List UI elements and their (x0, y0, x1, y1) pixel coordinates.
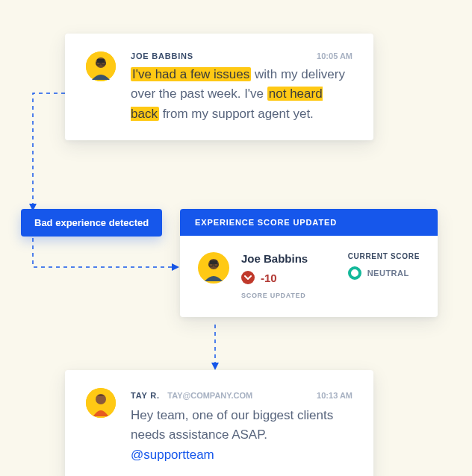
current-score-value: NEUTRAL (367, 269, 409, 278)
message-author-email: TAY@COMPANY.COM (167, 391, 252, 400)
score-person-name: Joe Babbins (241, 252, 308, 265)
detection-badge: Bad experience detected (21, 209, 162, 237)
msg-text: from my support agent yet. (159, 107, 314, 121)
message-card-1: JOE BABBINS 10:05 AM I've had a few issu… (65, 34, 373, 140)
svg-point-14 (96, 394, 106, 404)
message-body: Hey team, one of our biggest clients nee… (131, 406, 353, 465)
avatar-joe (86, 51, 116, 81)
neutral-ring-icon (348, 266, 361, 280)
svg-marker-1 (172, 263, 179, 271)
svg-marker-2 (211, 363, 219, 370)
message-author-row: TAY R. TAY@COMPANY.COM (131, 388, 252, 401)
message-timestamp: 10:13 AM (317, 391, 353, 400)
score-delta-value: -10 (261, 272, 277, 284)
mention-link[interactable]: @supportteam (131, 448, 214, 462)
message-card-2: TAY R. TAY@COMPANY.COM 10:13 AM Hey team… (65, 370, 373, 476)
avatar-tay (86, 388, 116, 418)
chevron-down-icon (241, 271, 255, 284)
highlight-phrase-1: I've had a few issues (131, 67, 251, 81)
message-author: JOE BABBINS (131, 51, 193, 60)
score-card-header: EXPERIENCE SCORE UPDATED (180, 209, 438, 236)
current-score-label: CURRENT SCORE (348, 252, 420, 260)
experience-score-card: EXPERIENCE SCORE UPDATED Joe Babbins -10 (180, 209, 438, 317)
avatar-joe-small (198, 252, 229, 284)
message-timestamp: 10:05 AM (317, 51, 353, 60)
message-body: I've had a few issues with my delivery o… (131, 65, 353, 124)
detection-label: Bad experience detected (34, 217, 149, 228)
message-author: TAY R. (131, 391, 160, 400)
score-updated-label: SCORE UPDATED (241, 292, 308, 299)
msg-text: Hey team, one of our biggest clients nee… (131, 408, 333, 442)
